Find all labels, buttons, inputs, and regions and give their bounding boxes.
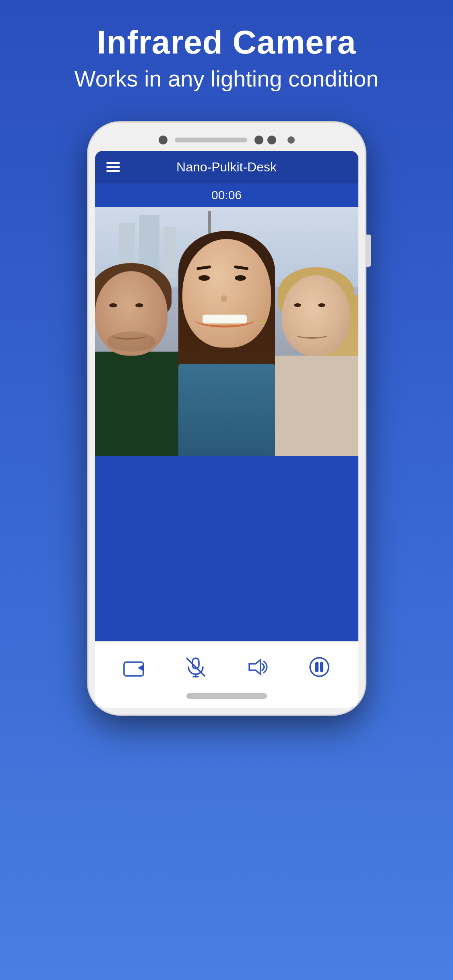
svg-line-5	[187, 658, 205, 676]
mic-button[interactable]	[182, 653, 210, 681]
phone-screen: Nano-Pulkit-Desk 00:06	[95, 151, 358, 708]
volume-icon	[247, 657, 268, 677]
eye-left-l	[109, 303, 117, 307]
phone-outer: Nano-Pulkit-Desk 00:06	[88, 122, 366, 715]
phone-speaker	[175, 138, 247, 142]
phone-home-bar	[95, 689, 358, 708]
stubble	[107, 331, 155, 352]
phone-bottom-bar	[95, 641, 358, 689]
person-center	[158, 231, 295, 456]
pause-button[interactable]	[305, 653, 333, 681]
smile-right	[296, 331, 328, 339]
svg-point-7	[310, 658, 329, 676]
eyebrow-r	[234, 266, 248, 270]
phone-mockup: Nano-Pulkit-Desk 00:06	[88, 122, 366, 980]
screen-bottom	[95, 456, 358, 641]
phone-top-bar	[95, 129, 358, 151]
shirt-center	[178, 364, 275, 456]
mic-off-icon	[185, 657, 206, 677]
app-title: Infrared Camera	[16, 24, 437, 60]
hamburger-line-2	[106, 166, 120, 168]
svg-marker-1	[138, 665, 143, 671]
phone-sensor-group	[254, 136, 276, 144]
earring	[262, 319, 266, 323]
eyebrow-l	[196, 266, 211, 270]
sensor-dot-2	[267, 136, 276, 144]
camera-icon	[123, 657, 144, 677]
camera-feed	[95, 207, 358, 456]
svg-marker-6	[249, 660, 261, 674]
eye-center-r	[235, 275, 246, 281]
svg-rect-9	[320, 662, 323, 672]
app-bar: Nano-Pulkit-Desk	[95, 151, 358, 183]
timer-bar: 00:06	[95, 183, 358, 207]
app-bar-title: Nano-Pulkit-Desk	[128, 160, 325, 175]
sensor-dot-1	[254, 136, 263, 144]
face-left	[95, 271, 168, 356]
nose	[221, 295, 227, 302]
hamburger-line-1	[106, 162, 120, 164]
camera-button[interactable]	[120, 653, 148, 681]
eye-right-r	[318, 303, 325, 307]
home-bar-pill[interactable]	[186, 693, 267, 699]
face-center	[182, 239, 271, 348]
phone-mic-dot	[288, 136, 295, 144]
camera-feed-bg	[95, 207, 358, 456]
svg-rect-8	[315, 662, 319, 672]
hamburger-menu-button[interactable]	[106, 162, 120, 172]
eye-center-l	[199, 275, 210, 281]
timer-display: 00:06	[211, 188, 242, 202]
teeth	[203, 315, 247, 323]
hamburger-line-3	[106, 170, 120, 172]
front-camera-dot	[159, 136, 168, 144]
pause-icon	[309, 657, 330, 677]
header-section: Infrared Camera Works in any lighting co…	[0, 0, 453, 106]
phone-side-button	[366, 235, 371, 267]
volume-button[interactable]	[243, 653, 271, 681]
eye-left-r	[135, 303, 143, 307]
app-subtitle: Works in any lighting condition	[16, 64, 437, 94]
